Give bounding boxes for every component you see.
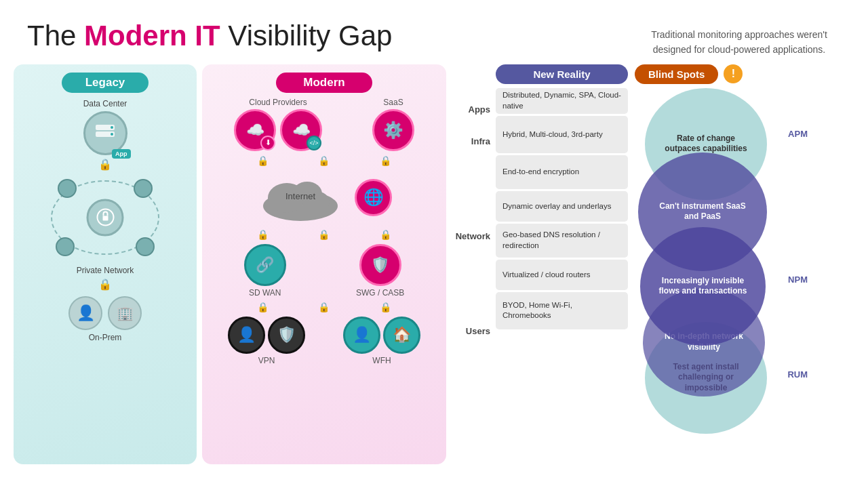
venn-diagram: Rate of change outpaces capabilities APM… — [635, 88, 804, 420]
lock-m8: 🔒 — [318, 302, 330, 312]
globe-icon: 🌐 — [355, 179, 392, 216]
rum-label: RUM — [787, 369, 808, 380]
cat-apps: Apps — [455, 97, 496, 123]
lock-m2: 🔒 — [318, 155, 330, 166]
blind-spots-label: Blind Spots — [635, 64, 718, 84]
wfh-person-icon: 👤 — [343, 317, 380, 354]
lock-shield-icon — [96, 208, 115, 227]
cloud-providers-label: Cloud Providers — [249, 98, 307, 107]
reality-cell-users: BYOD, Home Wi-Fi, Chromebooks — [496, 292, 628, 329]
npm-label: NPM — [788, 274, 808, 285]
users-row: 👤 🛡️ VPN 👤 🏠 WFH — [209, 317, 439, 365]
wfh-label: WFH — [372, 356, 391, 365]
blind-spots-header-row: Blind Spots ! — [635, 64, 854, 84]
apm-label: APM — [788, 129, 808, 139]
net-node-4 — [136, 237, 155, 256]
net-node-2 — [134, 179, 153, 198]
reality-cell-apps: Distributed, Dynamic, SPA, Cloud-native — [496, 88, 628, 114]
reality-cells-wrapper: Distributed, Dynamic, SPA, Cloud-native … — [496, 88, 628, 329]
reality-cell-infra: Hybrid, Multi-cloud, 3rd-party — [496, 116, 628, 153]
legacy-label: Legacy — [62, 73, 149, 93]
title-highlight: Modern IT — [84, 20, 220, 52]
net-node-1 — [58, 179, 77, 198]
locks-row-2: 🔒 🔒 🔒 — [232, 229, 416, 240]
internet-row: Internet 🌐 — [256, 172, 392, 223]
lock2: 🔒 — [98, 278, 112, 291]
subtitle: Traditional monitoring approaches weren'… — [637, 20, 841, 58]
vpn-icons: 👤 🛡️ — [228, 317, 305, 354]
cloud-providers-group: Cloud Providers ☁️ ⬇ ☁️ </> — [234, 98, 322, 151]
lock-m6: 🔒 — [380, 229, 391, 240]
lock-m9: 🔒 — [380, 302, 391, 312]
vpn-group: 👤 🛡️ VPN — [228, 317, 305, 365]
cat-network: Network — [455, 160, 496, 312]
private-network-label: Private Network — [77, 266, 134, 275]
reality-cell-net4: Virtualized / cloud routers — [496, 260, 628, 290]
cat-users: Users — [455, 312, 496, 350]
sdwan-icon: 🔗 — [244, 244, 286, 286]
reality-cell-net3: Geo-based DNS resolution / redirection — [496, 224, 628, 258]
venn-circle-3: Increasingly invisible flows and transac… — [640, 227, 766, 346]
lock-m5: 🔒 — [318, 229, 330, 240]
lock1: 🔒 — [98, 158, 112, 171]
private-network-diagram — [47, 174, 163, 262]
on-prem-label: On-Prem — [89, 333, 122, 342]
sdwan-group: 🔗 SD WAN — [244, 244, 286, 298]
header: The Modern IT Visibility Gap Traditional… — [0, 0, 868, 64]
modern-label: Modern — [276, 73, 372, 93]
on-prem-person: 👤 — [68, 296, 102, 330]
swg-label: SWG / CASB — [356, 288, 404, 298]
net-center — [87, 199, 124, 236]
svg-point-3 — [111, 133, 113, 136]
cloud-icon-1: ☁️ ⬇ — [234, 109, 276, 151]
swg-group: 🛡️ SWG / CASB — [356, 244, 404, 298]
main-content: Legacy Data Center App 🔒 — [0, 64, 868, 464]
title-part1: The — [27, 20, 84, 52]
server-node: App — [83, 111, 127, 155]
lock-m1: 🔒 — [257, 155, 269, 166]
modern-panel: Modern Cloud Providers ☁️ ⬇ ☁️ </> — [202, 64, 446, 464]
internet-cloud: Internet — [256, 172, 344, 223]
page-wrapper: The Modern IT Visibility Gap Traditional… — [0, 0, 868, 488]
data-center-label: Data Center — [83, 99, 127, 108]
warning-badge: ! — [724, 64, 743, 83]
wfh-home-icon: 🏠 — [383, 317, 420, 354]
locks-row-3: 🔒 🔒 🔒 — [232, 302, 416, 312]
svg-rect-5 — [102, 216, 108, 221]
title-part2: Visibility Gap — [220, 20, 393, 52]
on-prem-building: 🏢 — [108, 296, 142, 330]
wfh-icons: 👤 🏠 — [343, 317, 420, 354]
cat-infra: Infra — [455, 123, 496, 160]
internet-label: Internet — [256, 191, 344, 201]
saas-group: SaaS ⚙️ — [372, 98, 414, 151]
app-badge: App — [112, 149, 131, 159]
net-node-3 — [56, 237, 75, 256]
wfh-group: 👤 🏠 WFH — [343, 317, 420, 365]
lock-m3: 🔒 — [380, 155, 391, 166]
svg-point-2 — [111, 126, 113, 129]
locks-row-1: 🔒 🔒 🔒 — [232, 155, 416, 166]
sdwan-label: SD WAN — [249, 288, 281, 298]
reality-cell-net2: Dynamic overlay and underlays — [496, 191, 628, 222]
top-providers-row: Cloud Providers ☁️ ⬇ ☁️ </> SaaS — [209, 98, 439, 151]
new-reality-header: New Reality — [496, 64, 628, 84]
swg-icon: 🛡️ — [359, 244, 401, 286]
server-icon — [94, 123, 116, 142]
categories-column: Apps Infra Network Users — [455, 64, 496, 464]
vpn-person-icon: 👤 — [228, 317, 265, 354]
lock-m4: 🔒 — [257, 229, 269, 240]
cloud-providers-icons: ☁️ ⬇ ☁️ </> — [234, 109, 322, 151]
new-reality-column: New Reality Distributed, Dynamic, SPA, C… — [496, 64, 628, 464]
reality-cell-net1: End-to-end encryption — [496, 155, 628, 189]
bottom-providers-row: 🔗 SD WAN 🛡️ SWG / CASB — [209, 244, 439, 298]
on-prem-row: 👤 🏢 — [68, 296, 142, 330]
right-section: Apps Infra Network Users New Reality Dis… — [452, 64, 854, 464]
legacy-panel: Legacy Data Center App 🔒 — [14, 64, 197, 464]
lock-m7: 🔒 — [257, 302, 269, 312]
saas-label: SaaS — [383, 98, 403, 107]
main-title: The Modern IT Visibility Gap — [27, 20, 392, 52]
cloud-icon-2: ☁️ </> — [280, 109, 322, 151]
vpn-shield-icon: 🛡️ — [268, 317, 305, 354]
vpn-label: VPN — [258, 356, 275, 365]
saas-icon: ⚙️ — [372, 109, 414, 151]
